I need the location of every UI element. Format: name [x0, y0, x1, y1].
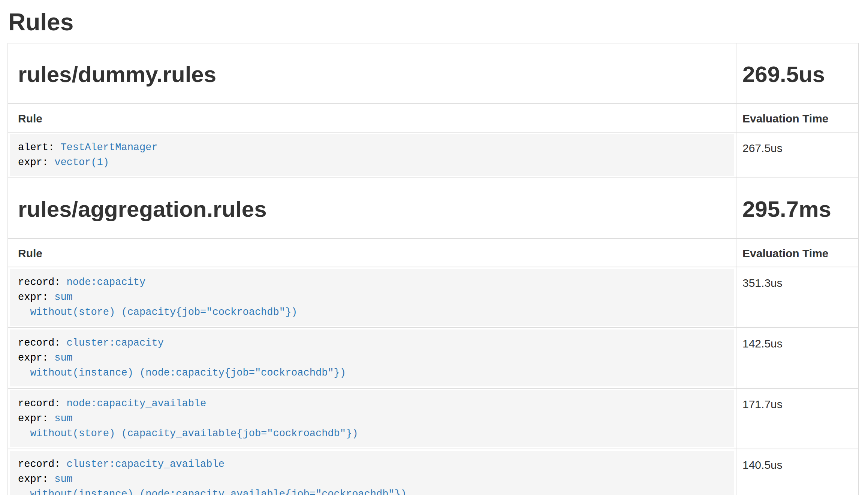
group-total-eval-time: 295.7ms — [736, 178, 859, 239]
rule-eval-time: 267.5us — [736, 132, 859, 178]
rule-definition: record:cluster:capacityexpr:sum without(… — [10, 330, 734, 386]
column-header-row: Rule Evaluation Time — [8, 104, 859, 132]
rule-expr-label: expr: — [18, 474, 48, 485]
rule-kind-label: record: — [18, 277, 60, 288]
group-total-eval-time: 269.5us — [736, 43, 859, 104]
rule-expr-link[interactable]: sum without(store) (capacity_available{j… — [18, 413, 358, 439]
rule-expr-label: expr: — [18, 157, 48, 168]
rule-definition: alert:TestAlertManagerexpr:vector(1) — [10, 134, 734, 176]
rule-expr-label: expr: — [18, 292, 48, 303]
rule-row: alert:TestAlertManagerexpr:vector(1) 267… — [8, 132, 859, 178]
rule-kind-label: record: — [18, 398, 60, 409]
rule-expr-link[interactable]: sum without(instance) (node:capacity_ava… — [18, 474, 407, 495]
rule-name-link[interactable]: node:capacity — [67, 277, 146, 288]
rule-expr-label: expr: — [18, 413, 48, 424]
rule-definition: record:node:capacity_availableexpr:sum w… — [10, 390, 734, 447]
eval-time-column-header: Evaluation Time — [736, 104, 859, 132]
rule-row: record:cluster:capacity_availableexpr:su… — [8, 449, 859, 495]
rule-name-link[interactable]: cluster:capacity_available — [67, 459, 224, 470]
eval-time-column-header: Evaluation Time — [736, 239, 859, 267]
rule-kind-label: alert: — [18, 142, 54, 153]
group-file-name: rules/dummy.rules — [18, 62, 736, 87]
rule-eval-time: 351.3us — [736, 267, 859, 328]
rule-name-link[interactable]: TestAlertManager — [60, 142, 157, 153]
rule-row: record:cluster:capacityexpr:sum without(… — [8, 328, 859, 388]
rule-name-link[interactable]: node:capacity_available — [67, 398, 207, 409]
rule-group-header-row: rules/dummy.rules 269.5us — [8, 43, 859, 104]
rule-column-header: Rule — [8, 104, 736, 132]
rule-name-link[interactable]: cluster:capacity — [67, 337, 164, 349]
rule-row: record:node:capacityexpr:sum without(sto… — [8, 267, 859, 328]
column-header-row: Rule Evaluation Time — [8, 239, 859, 267]
rule-eval-time: 142.5us — [736, 328, 859, 388]
rule-row: record:node:capacity_availableexpr:sum w… — [8, 388, 859, 449]
group-file-name: rules/aggregation.rules — [18, 197, 736, 222]
rule-definition: record:cluster:capacity_availableexpr:su… — [10, 451, 734, 495]
page-title: Rules — [8, 9, 868, 35]
rule-definition: record:node:capacityexpr:sum without(sto… — [10, 269, 734, 326]
rules-table: rules/dummy.rules 269.5us Rule Evaluatio… — [7, 43, 859, 495]
rule-expr-link[interactable]: sum without(instance) (node:capacity{job… — [18, 352, 346, 379]
rule-group-header-row: rules/aggregation.rules 295.7ms — [8, 178, 859, 239]
rule-kind-label: record: — [18, 459, 60, 470]
rule-column-header: Rule — [8, 239, 736, 267]
rule-expr-link[interactable]: sum without(store) (capacity{job="cockro… — [18, 292, 297, 318]
rule-kind-label: record: — [18, 337, 60, 349]
rule-expr-link[interactable]: vector(1) — [54, 157, 109, 168]
rule-eval-time: 171.7us — [736, 388, 859, 449]
rule-eval-time: 140.5us — [736, 449, 859, 495]
rule-expr-label: expr: — [18, 352, 48, 364]
